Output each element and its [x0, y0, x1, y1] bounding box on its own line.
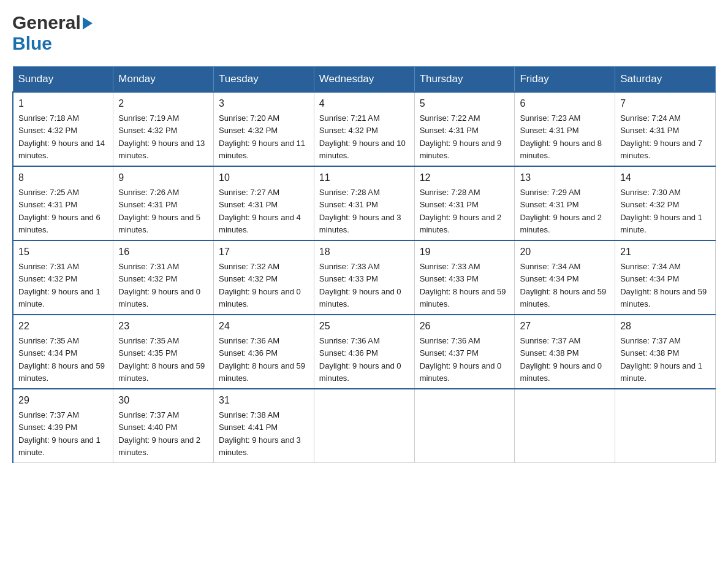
day-number: 15 [18, 245, 108, 259]
day-info: Sunrise: 7:32 AMSunset: 4:32 PMDaylight:… [219, 262, 301, 308]
calendar-week-row: 1 Sunrise: 7:18 AMSunset: 4:32 PMDayligh… [13, 92, 716, 166]
day-number: 29 [18, 393, 108, 408]
day-info: Sunrise: 7:35 AMSunset: 4:35 PMDaylight:… [118, 336, 205, 383]
day-of-week-header: Sunday [13, 67, 113, 93]
day-info: Sunrise: 7:21 AMSunset: 4:32 PMDaylight:… [319, 113, 406, 160]
calendar-day-cell: 15 Sunrise: 7:31 AMSunset: 4:32 PMDaylig… [13, 240, 113, 315]
day-info: Sunrise: 7:35 AMSunset: 4:34 PMDaylight:… [18, 336, 105, 383]
calendar-day-cell: 18 Sunrise: 7:33 AMSunset: 4:33 PMDaylig… [314, 240, 414, 315]
day-number: 30 [118, 393, 208, 408]
day-info: Sunrise: 7:34 AMSunset: 4:34 PMDaylight:… [520, 262, 606, 308]
calendar-day-cell: 22 Sunrise: 7:35 AMSunset: 4:34 PMDaylig… [13, 315, 113, 389]
day-number: 23 [118, 319, 208, 334]
day-number: 10 [219, 170, 309, 185]
day-info: Sunrise: 7:29 AMSunset: 4:31 PMDaylight:… [520, 188, 602, 234]
calendar-day-cell: 29 Sunrise: 7:37 AMSunset: 4:39 PMDaylig… [13, 389, 113, 463]
day-info: Sunrise: 7:18 AMSunset: 4:32 PMDaylight:… [18, 113, 105, 160]
day-number: 13 [520, 170, 610, 185]
day-number: 8 [18, 170, 108, 185]
day-info: Sunrise: 7:33 AMSunset: 4:33 PMDaylight:… [319, 262, 401, 308]
logo: General Blue [12, 12, 93, 54]
calendar-day-cell: 24 Sunrise: 7:36 AMSunset: 4:36 PMDaylig… [214, 315, 314, 389]
calendar-day-cell: 11 Sunrise: 7:28 AMSunset: 4:31 PMDaylig… [314, 166, 414, 240]
calendar-day-cell: 28 Sunrise: 7:37 AMSunset: 4:38 PMDaylig… [615, 315, 716, 389]
calendar-day-cell [414, 389, 515, 463]
day-info: Sunrise: 7:24 AMSunset: 4:31 PMDaylight:… [620, 113, 702, 160]
day-number: 31 [219, 393, 309, 408]
day-info: Sunrise: 7:33 AMSunset: 4:33 PMDaylight:… [420, 262, 506, 308]
day-number: 11 [319, 170, 409, 185]
calendar-day-cell: 31 Sunrise: 7:38 AMSunset: 4:41 PMDaylig… [214, 389, 314, 463]
day-info: Sunrise: 7:19 AMSunset: 4:32 PMDaylight:… [118, 113, 205, 160]
day-number: 4 [319, 96, 409, 111]
calendar-day-cell: 14 Sunrise: 7:30 AMSunset: 4:32 PMDaylig… [615, 166, 716, 240]
calendar-day-cell: 17 Sunrise: 7:32 AMSunset: 4:32 PMDaylig… [214, 240, 314, 315]
calendar-day-cell [515, 389, 615, 463]
day-info: Sunrise: 7:37 AMSunset: 4:40 PMDaylight:… [118, 410, 200, 457]
day-info: Sunrise: 7:36 AMSunset: 4:37 PMDaylight:… [420, 336, 502, 383]
day-info: Sunrise: 7:37 AMSunset: 4:38 PMDaylight:… [620, 336, 702, 383]
calendar-day-cell: 5 Sunrise: 7:22 AMSunset: 4:31 PMDayligh… [414, 92, 515, 166]
day-of-week-header: Saturday [615, 67, 716, 93]
day-info: Sunrise: 7:37 AMSunset: 4:38 PMDaylight:… [520, 336, 602, 383]
day-number: 16 [118, 245, 208, 259]
calendar-day-cell: 13 Sunrise: 7:29 AMSunset: 4:31 PMDaylig… [515, 166, 615, 240]
day-info: Sunrise: 7:36 AMSunset: 4:36 PMDaylight:… [219, 336, 305, 383]
day-info: Sunrise: 7:37 AMSunset: 4:39 PMDaylight:… [18, 410, 100, 457]
calendar-table: SundayMondayTuesdayWednesdayThursdayFrid… [12, 66, 716, 463]
calendar-day-cell: 3 Sunrise: 7:20 AMSunset: 4:32 PMDayligh… [214, 92, 314, 166]
calendar-day-cell: 23 Sunrise: 7:35 AMSunset: 4:35 PMDaylig… [113, 315, 214, 389]
day-number: 17 [219, 245, 309, 259]
day-number: 20 [520, 245, 610, 259]
calendar-week-row: 15 Sunrise: 7:31 AMSunset: 4:32 PMDaylig… [13, 240, 716, 315]
calendar-day-cell: 16 Sunrise: 7:31 AMSunset: 4:32 PMDaylig… [113, 240, 214, 315]
calendar-header-row: SundayMondayTuesdayWednesdayThursdayFrid… [13, 67, 716, 93]
day-number: 26 [420, 319, 510, 334]
logo-blue-text: Blue [12, 33, 52, 53]
day-info: Sunrise: 7:30 AMSunset: 4:32 PMDaylight:… [620, 188, 702, 234]
day-number: 14 [620, 170, 710, 185]
day-info: Sunrise: 7:31 AMSunset: 4:32 PMDaylight:… [18, 262, 100, 308]
calendar-day-cell: 26 Sunrise: 7:36 AMSunset: 4:37 PMDaylig… [414, 315, 515, 389]
day-info: Sunrise: 7:25 AMSunset: 4:31 PMDaylight:… [18, 188, 100, 234]
day-info: Sunrise: 7:20 AMSunset: 4:32 PMDaylight:… [219, 113, 305, 160]
day-info: Sunrise: 7:26 AMSunset: 4:31 PMDaylight:… [118, 188, 200, 234]
day-number: 22 [18, 319, 108, 334]
day-number: 5 [420, 96, 510, 111]
calendar-day-cell: 21 Sunrise: 7:34 AMSunset: 4:34 PMDaylig… [615, 240, 716, 315]
day-number: 19 [420, 245, 510, 259]
day-of-week-header: Monday [113, 67, 214, 93]
calendar-day-cell: 27 Sunrise: 7:37 AMSunset: 4:38 PMDaylig… [515, 315, 615, 389]
calendar-day-cell: 8 Sunrise: 7:25 AMSunset: 4:31 PMDayligh… [13, 166, 113, 240]
day-info: Sunrise: 7:22 AMSunset: 4:31 PMDaylight:… [420, 113, 502, 160]
day-number: 24 [219, 319, 309, 334]
calendar-week-row: 8 Sunrise: 7:25 AMSunset: 4:31 PMDayligh… [13, 166, 716, 240]
calendar-day-cell: 20 Sunrise: 7:34 AMSunset: 4:34 PMDaylig… [515, 240, 615, 315]
day-info: Sunrise: 7:28 AMSunset: 4:31 PMDaylight:… [319, 188, 401, 234]
logo-general-text: General [12, 12, 81, 33]
calendar-day-cell [615, 389, 716, 463]
calendar-week-row: 22 Sunrise: 7:35 AMSunset: 4:34 PMDaylig… [13, 315, 716, 389]
day-info: Sunrise: 7:27 AMSunset: 4:31 PMDaylight:… [219, 188, 301, 234]
day-number: 28 [620, 319, 710, 334]
day-number: 18 [319, 245, 409, 259]
day-of-week-header: Friday [515, 67, 615, 93]
day-info: Sunrise: 7:23 AMSunset: 4:31 PMDaylight:… [520, 113, 602, 160]
calendar-day-cell: 4 Sunrise: 7:21 AMSunset: 4:32 PMDayligh… [314, 92, 414, 166]
day-number: 7 [620, 96, 710, 111]
day-number: 27 [520, 319, 610, 334]
day-number: 12 [420, 170, 510, 185]
calendar-day-cell: 12 Sunrise: 7:28 AMSunset: 4:31 PMDaylig… [414, 166, 515, 240]
calendar-day-cell: 25 Sunrise: 7:36 AMSunset: 4:36 PMDaylig… [314, 315, 414, 389]
day-of-week-header: Tuesday [214, 67, 314, 93]
calendar-day-cell: 10 Sunrise: 7:27 AMSunset: 4:31 PMDaylig… [214, 166, 314, 240]
day-number: 25 [319, 319, 409, 334]
day-info: Sunrise: 7:34 AMSunset: 4:34 PMDaylight:… [620, 262, 707, 308]
day-number: 3 [219, 96, 309, 111]
day-info: Sunrise: 7:31 AMSunset: 4:32 PMDaylight:… [118, 262, 200, 308]
day-number: 2 [118, 96, 208, 111]
day-of-week-header: Thursday [414, 67, 515, 93]
calendar-day-cell: 19 Sunrise: 7:33 AMSunset: 4:33 PMDaylig… [414, 240, 515, 315]
day-number: 6 [520, 96, 610, 111]
day-number: 21 [620, 245, 710, 259]
